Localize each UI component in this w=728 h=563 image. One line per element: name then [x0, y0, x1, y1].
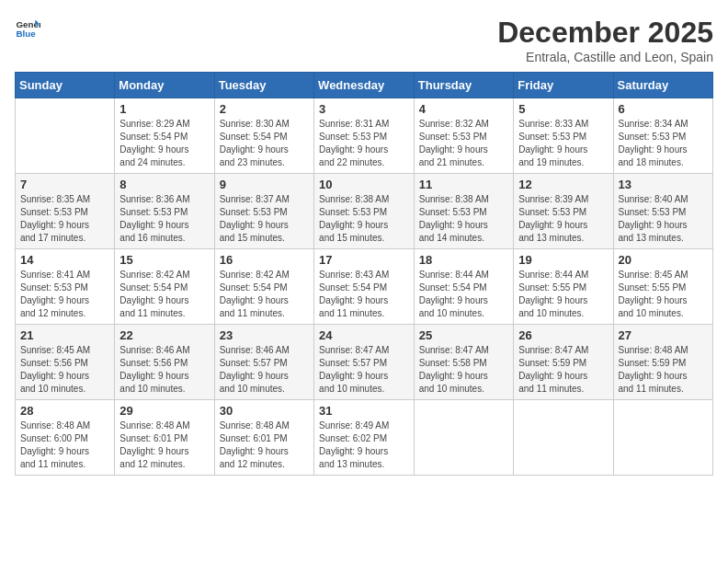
day-number: 18 — [419, 253, 508, 267]
day-number: 19 — [518, 253, 608, 267]
day-info: Sunrise: 8:44 AM Sunset: 5:54 PM Dayligh… — [419, 269, 508, 320]
calendar-cell: 25Sunrise: 8:47 AM Sunset: 5:58 PM Dayli… — [414, 325, 513, 400]
calendar-cell: 5Sunrise: 8:33 AM Sunset: 5:53 PM Daylig… — [514, 98, 613, 174]
day-info: Sunrise: 8:34 AM Sunset: 5:53 PM Dayligh… — [619, 118, 709, 169]
calendar-cell: 31Sunrise: 8:49 AM Sunset: 6:02 PM Dayli… — [314, 400, 415, 476]
day-info: Sunrise: 8:30 AM Sunset: 5:54 PM Dayligh… — [220, 118, 309, 169]
weekday-header: Saturday — [613, 73, 713, 98]
day-number: 11 — [419, 178, 508, 191]
day-info: Sunrise: 8:42 AM Sunset: 5:54 PM Dayligh… — [220, 269, 309, 320]
day-info: Sunrise: 8:38 AM Sunset: 5:53 PM Dayligh… — [319, 193, 409, 245]
day-number: 17 — [319, 253, 409, 267]
day-number: 16 — [220, 253, 309, 267]
day-number: 23 — [220, 328, 309, 342]
day-info: Sunrise: 8:44 AM Sunset: 5:55 PM Dayligh… — [518, 269, 608, 320]
calendar-cell: 17Sunrise: 8:43 AM Sunset: 5:54 PM Dayli… — [314, 249, 415, 325]
day-info: Sunrise: 8:49 AM Sunset: 6:02 PM Dayligh… — [319, 419, 409, 471]
calendar-cell: 15Sunrise: 8:42 AM Sunset: 5:54 PM Dayli… — [115, 249, 214, 325]
day-number: 27 — [619, 328, 709, 342]
calendar-cell: 6Sunrise: 8:34 AM Sunset: 5:53 PM Daylig… — [613, 98, 713, 174]
day-number: 5 — [518, 102, 608, 116]
calendar-cell: 24Sunrise: 8:47 AM Sunset: 5:57 PM Dayli… — [314, 325, 415, 400]
day-info: Sunrise: 8:33 AM Sunset: 5:53 PM Dayligh… — [518, 118, 608, 169]
day-info: Sunrise: 8:29 AM Sunset: 5:54 PM Dayligh… — [119, 118, 209, 169]
day-info: Sunrise: 8:40 AM Sunset: 5:53 PM Dayligh… — [619, 193, 709, 245]
day-info: Sunrise: 8:48 AM Sunset: 5:59 PM Dayligh… — [619, 344, 709, 396]
day-info: Sunrise: 8:41 AM Sunset: 5:53 PM Dayligh… — [20, 269, 109, 320]
day-info: Sunrise: 8:48 AM Sunset: 6:01 PM Dayligh… — [119, 419, 209, 471]
day-number: 7 — [20, 178, 109, 191]
day-info: Sunrise: 8:36 AM Sunset: 5:53 PM Dayligh… — [119, 193, 209, 245]
day-info: Sunrise: 8:47 AM Sunset: 5:59 PM Dayligh… — [518, 344, 608, 396]
calendar-cell: 19Sunrise: 8:44 AM Sunset: 5:55 PM Dayli… — [514, 249, 613, 325]
day-info: Sunrise: 8:38 AM Sunset: 5:53 PM Dayligh… — [419, 193, 508, 245]
day-number: 6 — [619, 102, 709, 116]
calendar-cell: 2Sunrise: 8:30 AM Sunset: 5:54 PM Daylig… — [214, 98, 313, 174]
calendar-cell — [514, 400, 613, 476]
calendar-cell: 23Sunrise: 8:46 AM Sunset: 5:57 PM Dayli… — [214, 325, 313, 400]
weekday-header-row: SundayMondayTuesdayWednesdayThursdayFrid… — [16, 73, 713, 98]
calendar-cell: 20Sunrise: 8:45 AM Sunset: 5:55 PM Dayli… — [613, 249, 713, 325]
day-number: 4 — [419, 102, 508, 116]
day-info: Sunrise: 8:31 AM Sunset: 5:53 PM Dayligh… — [319, 118, 409, 169]
calendar-cell: 29Sunrise: 8:48 AM Sunset: 6:01 PM Dayli… — [115, 400, 214, 476]
weekday-header: Monday — [115, 73, 214, 98]
day-number: 25 — [419, 328, 508, 342]
day-number: 1 — [119, 102, 209, 116]
calendar-cell: 18Sunrise: 8:44 AM Sunset: 5:54 PM Dayli… — [414, 249, 513, 325]
day-info: Sunrise: 8:37 AM Sunset: 5:53 PM Dayligh… — [220, 193, 309, 245]
weekday-header: Wednesday — [314, 73, 415, 98]
calendar-cell: 9Sunrise: 8:37 AM Sunset: 5:53 PM Daylig… — [214, 174, 313, 249]
title-area: December 2025 Entrala, Castille and Leon… — [497, 15, 713, 64]
calendar-cell: 8Sunrise: 8:36 AM Sunset: 5:53 PM Daylig… — [115, 174, 214, 249]
calendar-cell: 30Sunrise: 8:48 AM Sunset: 6:01 PM Dayli… — [214, 400, 313, 476]
day-number: 30 — [220, 404, 309, 418]
calendar-cell: 14Sunrise: 8:41 AM Sunset: 5:53 PM Dayli… — [16, 249, 115, 325]
day-number: 12 — [518, 178, 608, 191]
calendar-week-row: 14Sunrise: 8:41 AM Sunset: 5:53 PM Dayli… — [16, 249, 713, 325]
day-number: 13 — [619, 178, 709, 191]
day-number: 20 — [619, 253, 709, 267]
weekday-header: Friday — [514, 73, 613, 98]
calendar-week-row: 28Sunrise: 8:48 AM Sunset: 6:00 PM Dayli… — [16, 400, 713, 476]
day-number: 21 — [20, 328, 109, 342]
calendar-cell — [613, 400, 713, 476]
day-number: 26 — [518, 328, 608, 342]
calendar-week-row: 21Sunrise: 8:45 AM Sunset: 5:56 PM Dayli… — [16, 325, 713, 400]
calendar-cell: 11Sunrise: 8:38 AM Sunset: 5:53 PM Dayli… — [414, 174, 513, 249]
day-info: Sunrise: 8:47 AM Sunset: 5:58 PM Dayligh… — [419, 344, 508, 396]
day-info: Sunrise: 8:48 AM Sunset: 6:01 PM Dayligh… — [220, 419, 309, 471]
calendar-week-row: 1Sunrise: 8:29 AM Sunset: 5:54 PM Daylig… — [16, 98, 713, 174]
day-info: Sunrise: 8:39 AM Sunset: 5:53 PM Dayligh… — [518, 193, 608, 245]
calendar-cell: 4Sunrise: 8:32 AM Sunset: 5:53 PM Daylig… — [414, 98, 513, 174]
calendar-cell: 3Sunrise: 8:31 AM Sunset: 5:53 PM Daylig… — [314, 98, 415, 174]
day-info: Sunrise: 8:46 AM Sunset: 5:56 PM Dayligh… — [119, 344, 209, 396]
header: General Blue December 2025 Entrala, Cast… — [15, 15, 713, 64]
calendar-table: SundayMondayTuesdayWednesdayThursdayFrid… — [15, 72, 713, 476]
day-number: 9 — [220, 178, 309, 191]
calendar-week-row: 7Sunrise: 8:35 AM Sunset: 5:53 PM Daylig… — [16, 174, 713, 249]
day-info: Sunrise: 8:48 AM Sunset: 6:00 PM Dayligh… — [20, 419, 109, 471]
day-number: 10 — [319, 178, 409, 191]
day-info: Sunrise: 8:45 AM Sunset: 5:56 PM Dayligh… — [20, 344, 109, 396]
day-number: 29 — [119, 404, 209, 418]
weekday-header: Tuesday — [214, 73, 313, 98]
calendar-cell: 7Sunrise: 8:35 AM Sunset: 5:53 PM Daylig… — [16, 174, 115, 249]
day-info: Sunrise: 8:42 AM Sunset: 5:54 PM Dayligh… — [119, 269, 209, 320]
calendar-cell: 13Sunrise: 8:40 AM Sunset: 5:53 PM Dayli… — [613, 174, 713, 249]
calendar-cell: 10Sunrise: 8:38 AM Sunset: 5:53 PM Dayli… — [314, 174, 415, 249]
svg-text:Blue: Blue — [16, 29, 36, 39]
day-number: 3 — [319, 102, 409, 116]
day-number: 14 — [20, 253, 109, 267]
calendar-cell: 12Sunrise: 8:39 AM Sunset: 5:53 PM Dayli… — [514, 174, 613, 249]
calendar-cell: 16Sunrise: 8:42 AM Sunset: 5:54 PM Dayli… — [214, 249, 313, 325]
day-number: 8 — [119, 178, 209, 191]
calendar-cell — [414, 400, 513, 476]
calendar-cell — [16, 98, 115, 174]
day-info: Sunrise: 8:35 AM Sunset: 5:53 PM Dayligh… — [20, 193, 109, 245]
main-title: December 2025 — [497, 15, 713, 50]
calendar-cell: 27Sunrise: 8:48 AM Sunset: 5:59 PM Dayli… — [613, 325, 713, 400]
calendar-cell: 1Sunrise: 8:29 AM Sunset: 5:54 PM Daylig… — [115, 98, 214, 174]
day-number: 28 — [20, 404, 109, 418]
calendar-cell: 22Sunrise: 8:46 AM Sunset: 5:56 PM Dayli… — [115, 325, 214, 400]
